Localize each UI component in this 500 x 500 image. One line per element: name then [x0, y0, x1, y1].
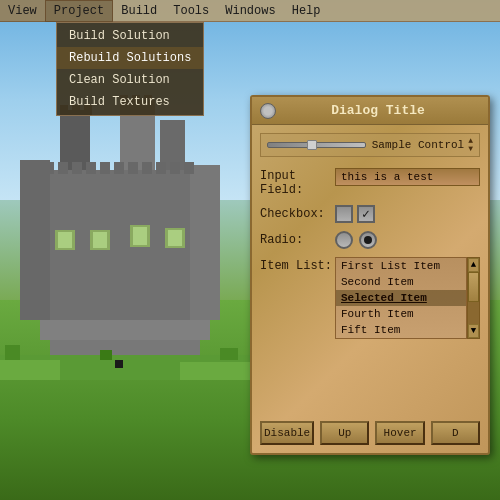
- list-control: First List Item Second Item Selected Ite…: [335, 257, 480, 339]
- svg-rect-27: [93, 232, 107, 248]
- svg-rect-18: [114, 162, 124, 174]
- menu-windows[interactable]: Windows: [217, 0, 283, 22]
- menu-view[interactable]: View: [0, 0, 45, 22]
- input-field-row: Input Field:: [260, 167, 480, 197]
- castle-scene: [0, 90, 250, 380]
- arrow-down-icon[interactable]: ▼: [468, 145, 473, 153]
- sample-slider[interactable]: [267, 142, 366, 148]
- svg-rect-15: [72, 162, 82, 174]
- dialog-title: Dialog Title: [276, 103, 480, 118]
- text-input[interactable]: [335, 168, 480, 186]
- scroll-up-button[interactable]: ▲: [468, 258, 479, 272]
- checkbox-unchecked[interactable]: [335, 205, 353, 223]
- checkbox-group: [335, 205, 480, 223]
- sample-slider-thumb[interactable]: [307, 140, 317, 150]
- svg-rect-36: [180, 362, 250, 380]
- svg-rect-35: [0, 360, 60, 380]
- menubar: View Project Build Tools Windows Help: [0, 0, 500, 22]
- up-button[interactable]: Up: [320, 421, 369, 445]
- svg-rect-20: [142, 162, 152, 174]
- radio-unselected[interactable]: [335, 231, 353, 249]
- list-scrollbar: ▲ ▼: [467, 257, 480, 339]
- checkbox-checked[interactable]: [357, 205, 375, 223]
- radio-label: Radio:: [260, 231, 335, 247]
- list-item[interactable]: Fift Item: [336, 322, 466, 338]
- menu-project[interactable]: Project: [45, 0, 113, 22]
- list-item[interactable]: First List Item: [336, 258, 466, 274]
- svg-rect-23: [184, 162, 194, 174]
- checkbox-label: Checkbox:: [260, 205, 335, 221]
- svg-rect-13: [44, 162, 54, 174]
- svg-rect-29: [133, 227, 147, 245]
- svg-rect-25: [58, 232, 72, 248]
- svg-rect-31: [168, 230, 182, 246]
- hover-button[interactable]: Hover: [375, 421, 424, 445]
- menu-tools[interactable]: Tools: [165, 0, 217, 22]
- svg-rect-40: [115, 360, 123, 368]
- svg-rect-22: [170, 162, 180, 174]
- project-dropdown: Build Solution Rebuild Solutions Clean S…: [56, 22, 204, 116]
- dropdown-build-textures[interactable]: Build Textures: [57, 91, 203, 113]
- radio-row: Radio:: [260, 231, 480, 249]
- dropdown-clean-solution[interactable]: Clean Solution: [57, 69, 203, 91]
- svg-rect-10: [20, 160, 50, 320]
- svg-rect-37: [5, 345, 20, 360]
- dialog-buttons: Disable Up Hover D: [260, 421, 480, 445]
- svg-rect-16: [86, 162, 96, 174]
- dialog-content: Sample Control ▲ ▼ Input Field: Checkbox…: [252, 125, 488, 355]
- list-box: First List Item Second Item Selected Ite…: [335, 257, 467, 339]
- disable-button[interactable]: Disable: [260, 421, 314, 445]
- sample-arrows: ▲ ▼: [468, 137, 473, 153]
- svg-rect-17: [100, 162, 110, 174]
- svg-rect-11: [190, 165, 220, 320]
- menu-build[interactable]: Build: [113, 0, 165, 22]
- list-item-selected[interactable]: Selected Item: [336, 290, 466, 306]
- menu-help[interactable]: Help: [284, 0, 329, 22]
- dropdown-build-solution[interactable]: Build Solution: [57, 25, 203, 47]
- svg-rect-33: [50, 340, 200, 355]
- checkbox-row: Checkbox:: [260, 205, 480, 223]
- svg-rect-19: [128, 162, 138, 174]
- list-item[interactable]: Fourth Item: [336, 306, 466, 322]
- sample-control-bar: Sample Control ▲ ▼: [260, 133, 480, 157]
- radio-selected[interactable]: [359, 231, 377, 249]
- dialog-icon: [260, 103, 276, 119]
- dropdown-rebuild-solutions[interactable]: Rebuild Solutions: [57, 47, 203, 69]
- d-button[interactable]: D: [431, 421, 480, 445]
- radio-group: [335, 231, 480, 249]
- svg-rect-21: [156, 162, 166, 174]
- list-item[interactable]: Second Item: [336, 274, 466, 290]
- dialog-panel: Dialog Title Sample Control ▲ ▼ Input Fi…: [250, 95, 490, 455]
- list-row: Item List: First List Item Second Item S…: [260, 257, 480, 339]
- scroll-thumb[interactable]: [468, 272, 479, 302]
- input-label: Input Field:: [260, 167, 335, 197]
- svg-rect-14: [58, 162, 68, 174]
- scroll-down-button[interactable]: ▼: [468, 324, 479, 338]
- sample-control-label: Sample Control: [372, 139, 464, 151]
- dialog-titlebar: Dialog Title: [252, 97, 488, 125]
- list-wrapper: First List Item Second Item Selected Ite…: [335, 257, 480, 339]
- input-control: [335, 167, 480, 186]
- svg-rect-32: [40, 320, 210, 340]
- svg-rect-38: [220, 348, 238, 360]
- svg-rect-39: [100, 350, 112, 360]
- scroll-track: [468, 272, 479, 324]
- list-label: Item List:: [260, 257, 335, 273]
- svg-rect-12: [30, 162, 40, 174]
